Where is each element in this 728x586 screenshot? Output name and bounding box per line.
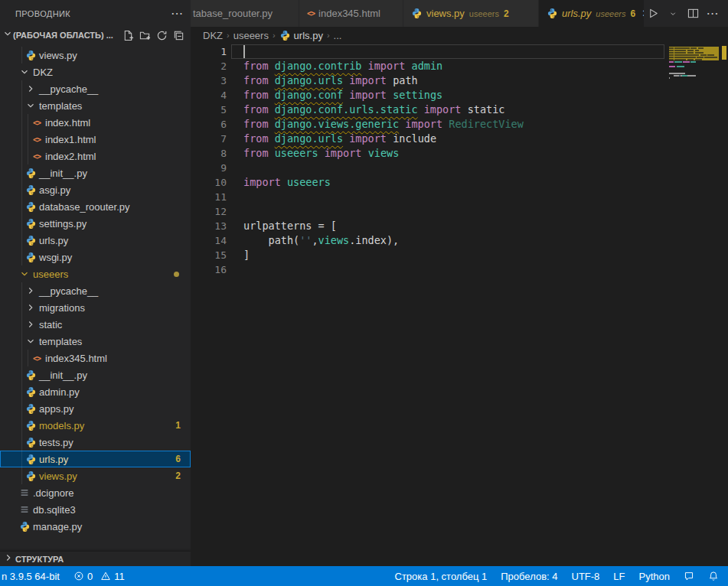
- split-editor-icon[interactable]: [684, 5, 701, 22]
- tree-item[interactable]: db.sqlite3: [0, 501, 191, 518]
- indent-guide: [21, 97, 22, 114]
- tree-folder[interactable]: static: [0, 316, 191, 333]
- breadcrumb-item[interactable]: ...: [334, 30, 342, 41]
- line-number: 10: [191, 177, 227, 188]
- code-token: RedirectView: [449, 118, 524, 130]
- tree-item[interactable]: views.py2: [0, 467, 191, 484]
- line-number: 4: [191, 90, 227, 101]
- tree-item-label: urls.py: [39, 235, 68, 246]
- tree-item-label: index1.html: [45, 134, 96, 145]
- tree-item[interactable]: settings.py: [0, 215, 191, 232]
- tree-item[interactable]: urls.py: [0, 232, 191, 249]
- minimap-code-mark: [669, 61, 674, 63]
- explorer-more-icon[interactable]: ⋯: [171, 10, 183, 18]
- problems[interactable]: 011: [73, 571, 125, 582]
- code-line-text: [231, 262, 664, 277]
- tree-item[interactable]: <>index345.html: [0, 350, 191, 366]
- workspace-section-header[interactable]: (РАБОЧАЯ ОБЛАСТЬ) ...: [0, 27, 191, 44]
- code-line: 4from django.conf import settings: [191, 88, 664, 103]
- problems-badge: 1: [175, 420, 181, 431]
- indentation[interactable]: Пробелов: 4: [501, 571, 557, 582]
- tree-item[interactable]: urls.py6: [0, 451, 191, 467]
- cursor-position[interactable]: Строка 1, столбец 1: [395, 571, 488, 582]
- tab-tabase_roouter.py[interactable]: tabase_roouter.py: [191, 0, 299, 27]
- error-icon: [73, 571, 84, 581]
- eol[interactable]: LF: [613, 571, 625, 582]
- feedback-icon[interactable]: [684, 571, 694, 581]
- collapse-all-icon[interactable]: [173, 30, 184, 41]
- tree-item[interactable]: <>index1.html: [0, 131, 191, 148]
- tree-folder[interactable]: migrations: [0, 299, 191, 316]
- tree-folder[interactable]: __pycache__: [0, 282, 191, 299]
- tree-item[interactable]: .dcignore: [0, 484, 191, 501]
- tree-item[interactable]: apps.py: [0, 400, 191, 417]
- code-token: from: [243, 60, 269, 72]
- warning-icon: [100, 571, 111, 581]
- code-token: [387, 74, 393, 86]
- tab-index345.html[interactable]: <>index345.html: [299, 0, 403, 27]
- tree-item[interactable]: <>index.html: [0, 114, 191, 131]
- tab-description: useeers: [596, 9, 625, 18]
- code-line-text: from useeers import views: [231, 146, 664, 161]
- code-line: 3from django.urls import path: [191, 73, 664, 88]
- tree-folder[interactable]: templates: [0, 333, 191, 350]
- language-mode-label: Python: [639, 571, 670, 582]
- tree-item[interactable]: views.py: [0, 47, 191, 63]
- outline-section-header[interactable]: СТРУКТУРА: [0, 551, 191, 566]
- editor-area: tabase_roouter.py<>index345.htmlviews.py…: [191, 0, 728, 566]
- code-editor[interactable]: 12from django.contrib import admin3from …: [191, 44, 728, 566]
- new-folder-icon[interactable]: [139, 30, 151, 41]
- chevron-down-icon: [18, 268, 31, 280]
- html-file-icon: <>: [31, 116, 43, 129]
- tab-label: tabase_roouter.py: [193, 8, 273, 19]
- tree-item[interactable]: __init__.py: [0, 164, 191, 181]
- indent-guide: [21, 47, 22, 63]
- breadcrumb-item[interactable]: DKZ: [203, 30, 223, 41]
- tab-urls.py[interactable]: urls.pyuseeers6✕: [539, 0, 645, 27]
- breadcrumb-item[interactable]: useeers: [233, 30, 269, 41]
- tree-item[interactable]: <>index2.html: [0, 148, 191, 164]
- chevron-down-icon[interactable]: [2, 28, 13, 42]
- code-line: 6from django.views.generic import Redire…: [191, 117, 664, 132]
- minimap-code-mark: [669, 73, 685, 74]
- tree-item[interactable]: admin.py: [0, 383, 191, 400]
- tree-item[interactable]: wsgi.py: [0, 249, 191, 265]
- code-line: 7from django.urls import include: [191, 132, 664, 146]
- minimap[interactable]: [668, 44, 720, 136]
- indent-guide: [28, 114, 28, 131]
- refresh-icon[interactable]: [156, 30, 168, 41]
- tree-folder[interactable]: useeers: [0, 265, 191, 282]
- tree-item[interactable]: __init__.py: [0, 366, 191, 383]
- code-token: static: [468, 103, 505, 116]
- breadcrumb-item[interactable]: urls.py: [279, 30, 323, 41]
- python-file-icon: [24, 234, 37, 246]
- tree-item-label: views.py: [39, 50, 77, 61]
- line-number: 15: [191, 249, 227, 261]
- python-file-icon: [24, 402, 37, 415]
- indent-guide: [21, 131, 22, 148]
- more-icon[interactable]: ⋯: [704, 5, 721, 22]
- bell-icon[interactable]: [708, 571, 719, 581]
- tree-folder[interactable]: DKZ: [0, 63, 191, 80]
- text-cursor: [243, 45, 245, 58]
- tree-item[interactable]: models.py1: [0, 417, 191, 434]
- tab-bar: tabase_roouter.py<>index345.htmlviews.py…: [191, 0, 728, 27]
- language-mode[interactable]: Python: [639, 571, 670, 582]
- tree-item[interactable]: manage.py: [0, 518, 191, 535]
- tree-folder[interactable]: __pycache__: [0, 80, 191, 97]
- code-token: [269, 74, 275, 86]
- code-line: 5from django.conf.urls.static import sta…: [191, 103, 664, 117]
- tree-item[interactable]: database_roouter.py: [0, 198, 191, 215]
- encoding[interactable]: UTF-8: [572, 571, 600, 582]
- breadcrumb: DKZ›useeers›urls.py›...: [191, 27, 728, 44]
- tab-views.py[interactable]: views.pyuseeers2: [403, 0, 539, 27]
- chevron-down-icon[interactable]: [664, 5, 681, 22]
- code-token: import: [349, 132, 387, 145]
- tree-folder[interactable]: templates: [0, 97, 191, 114]
- tree-item[interactable]: tests.py: [0, 434, 191, 451]
- run-icon[interactable]: [645, 5, 661, 22]
- chevron-right-icon[interactable]: [3, 552, 14, 566]
- new-file-icon[interactable]: [122, 30, 134, 41]
- python-interpreter[interactable]: n 3.9.5 64-bit: [2, 571, 60, 582]
- tree-item[interactable]: asgi.py: [0, 181, 191, 198]
